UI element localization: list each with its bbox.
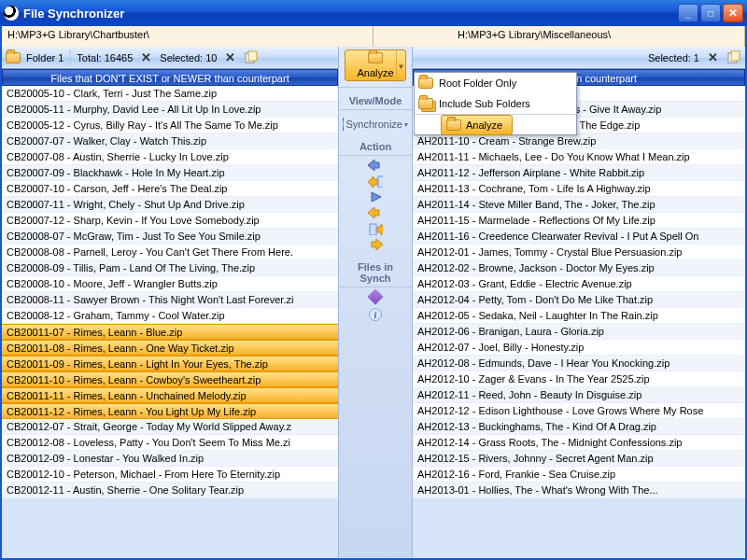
menu-analyze-button[interactable]: Analyze [441, 115, 513, 135]
right-path[interactable]: H:\MP3+G Library\Miscellaneous\ [374, 26, 745, 47]
diamond-icon[interactable] [339, 291, 412, 302]
sync-icon [343, 118, 344, 131]
list-item[interactable]: AH2012-12 - Edison Lighthouse - Love Gro… [413, 403, 745, 419]
list-item[interactable]: CB20008-07 - McGraw, Tim - Just To See Y… [2, 229, 338, 245]
list-item[interactable]: AH2011-12 - Jefferson Airplane - White R… [413, 165, 745, 181]
svg-marker-11 [372, 239, 383, 250]
svg-marker-7 [372, 192, 381, 202]
list-item[interactable]: CB20011-12 - Rimes, Leann - You Light Up… [2, 403, 338, 419]
action-forward-orange[interactable] [339, 238, 412, 251]
list-item[interactable]: AH2011-11 - Michaels, Lee - Do You Know … [413, 149, 745, 165]
list-item[interactable]: CB20012-11 - Austin, Sherrie - One Solit… [2, 483, 338, 498]
list-item[interactable]: AH2012-05 - Sedaka, Neil - Laughter In T… [413, 308, 745, 324]
svg-rect-9 [370, 224, 376, 235]
list-item[interactable]: CB20011-11 - Rimes, Leann - Unchained Me… [2, 387, 338, 403]
list-item[interactable]: AH2012-07 - Joel, Billy - Honesty.zip [413, 340, 745, 356]
list-item[interactable]: AH2012-11 - Reed, John - Beauty In Disgu… [413, 387, 745, 403]
svg-rect-1 [248, 51, 257, 61]
list-item[interactable]: CB20011-08 - Rimes, Leann - One Way Tick… [2, 340, 338, 356]
list-item[interactable]: CB20008-12 - Graham, Tammy - Cool Water.… [2, 308, 338, 324]
list-item[interactable]: CB20008-10 - Moore, Jeff - Wrangler Butt… [2, 276, 338, 292]
center-panel: Analyze ▼ View/Mode Synchronize ▾ Action… [338, 47, 413, 558]
view-mode-section: View/Mode [339, 88, 412, 110]
analyze-dropdown-menu: Root Folder Only Include Sub Folders Ana… [414, 72, 577, 135]
list-item[interactable]: AH2012-04 - Petty, Tom - Don't Do Me Lik… [413, 292, 745, 308]
action-move-left[interactable] [339, 175, 412, 188]
list-item[interactable]: CB20005-11 - Murphy, David Lee - All Lit… [2, 102, 338, 118]
list-item[interactable]: CB20011-10 - Rimes, Leann - Cowboy's Swe… [2, 371, 338, 387]
list-item[interactable]: CB20008-09 - Tillis, Pam - Land Of The L… [2, 260, 338, 276]
list-item[interactable]: CB20005-10 - Clark, Terri - Just The Sam… [2, 86, 338, 102]
list-item[interactable]: AH2013-01 - Hollies, The - What's Wrong … [413, 483, 745, 498]
right-file-list[interactable]: rs - Under The Bridge.zipAH2011-08 - Red… [413, 86, 745, 558]
folder-label: Folder 1 [26, 52, 63, 63]
list-item[interactable]: AH2011-16 - Creedence Clearwater Revival… [413, 229, 745, 245]
list-item[interactable]: CB20005-12 - Cyrus, Billy Ray - It's All… [2, 118, 338, 133]
list-item[interactable]: CB20012-08 - Loveless, Patty - You Don't… [2, 435, 338, 451]
list-item[interactable]: CB20012-10 - Peterson, Michael - From He… [2, 467, 338, 483]
action-move-right[interactable] [339, 222, 412, 235]
svg-marker-5 [368, 176, 377, 188]
maximize-button[interactable]: □ [700, 4, 721, 22]
window-title: File Synchronizer [23, 7, 678, 21]
synchronize-mode[interactable]: Synchronize ▾ [339, 113, 412, 133]
list-item[interactable]: CB20007-11 - Wright, Chely - Shut Up And… [2, 197, 338, 213]
list-item[interactable]: CB20007-10 - Carson, Jeff - Here's The D… [2, 181, 338, 197]
list-item[interactable]: CB20007-12 - Sharp, Kevin - If You Love … [2, 213, 338, 229]
list-item[interactable]: AH2012-13 - Buckinghams, The - Kind Of A… [413, 419, 745, 435]
folder-icon[interactable] [6, 52, 21, 63]
list-item[interactable]: AH2012-16 - Ford, Frankie - Sea Cruise.z… [413, 467, 745, 483]
left-column-header[interactable]: Files that DON'T EXIST or NEWER than cou… [2, 69, 338, 86]
list-item[interactable]: AH2011-15 - Marmelade - Reflections Of M… [413, 213, 745, 229]
action-play-right[interactable] [339, 190, 412, 203]
list-item[interactable]: CB20011-09 - Rimes, Leann - Light In You… [2, 356, 338, 371]
info-icon[interactable]: i [369, 308, 382, 321]
list-item[interactable]: CB20007-07 - Walker, Clay - Watch This.z… [2, 133, 338, 149]
action-copy-right-orange[interactable] [339, 206, 412, 219]
analyze-folder-icon [368, 52, 383, 63]
svg-marker-4 [368, 160, 379, 171]
list-item[interactable]: CB20012-09 - Lonestar - You Walked In.zi… [2, 451, 338, 467]
list-item[interactable]: AH2012-14 - Grass Roots, The - Midnight … [413, 435, 745, 451]
list-item[interactable]: AH2012-15 - Rivers, Johnny - Secret Agen… [413, 451, 745, 467]
folder-tree-icon [418, 98, 433, 109]
list-item[interactable]: CB20012-07 - Strait, George - Today My W… [2, 419, 338, 435]
list-item[interactable]: CB20007-09 - Blackhawk - Hole In My Hear… [2, 165, 338, 181]
list-item[interactable]: AH2012-02 - Browne, Jackson - Doctor My … [413, 260, 745, 276]
files-in-synch-section: Files in Synch [339, 254, 412, 287]
titlebar[interactable]: File Synchronizer _ □ ✕ [0, 0, 747, 26]
svg-rect-3 [731, 51, 740, 61]
list-item[interactable]: AH2012-06 - Branigan, Laura - Gloria.zip [413, 324, 745, 340]
list-item[interactable]: CB20011-07 - Rimes, Leann - Blue.zip [2, 324, 338, 340]
close-button[interactable]: ✕ [723, 4, 743, 22]
list-item[interactable]: CB20008-11 - Sawyer Brown - This Night W… [2, 292, 338, 308]
list-item[interactable]: AH2012-10 - Zager & Evans - In The Year … [413, 371, 745, 387]
list-item[interactable]: AH2012-08 - Edmunds, Dave - I Hear You K… [413, 356, 745, 371]
action-section: Action [339, 133, 412, 156]
tool-icon-1[interactable] [244, 50, 259, 65]
total-count: Total: 16465 [77, 52, 133, 63]
list-item[interactable]: AH2011-14 - Steve Miller Band, The - Jok… [413, 197, 745, 213]
menu-root-folder-only[interactable]: Root Folder Only [415, 73, 576, 93]
clear-selected-left-icon[interactable]: ✕ [222, 50, 238, 64]
minimize-button[interactable]: _ [678, 4, 698, 22]
list-item[interactable]: AH2012-01 - James, Tommy - Crystal Blue … [413, 245, 745, 260]
list-item[interactable]: CB20008-08 - Parnell, Leroy - You Can't … [2, 245, 338, 260]
clear-total-icon[interactable]: ✕ [138, 50, 154, 64]
menu-include-sub-folders[interactable]: Include Sub Folders [415, 93, 576, 114]
list-item[interactable]: AH2011-10 - Cream - Strange Brew.zip [413, 133, 745, 149]
list-item[interactable]: AH2011-13 - Cochrane, Tom - Life Is A Hi… [413, 181, 745, 197]
svg-marker-8 [368, 207, 379, 218]
svg-marker-10 [377, 224, 383, 235]
clear-selected-right-icon[interactable]: ✕ [705, 50, 721, 64]
analyze-dropdown-arrow[interactable]: ▼ [396, 50, 405, 82]
list-item[interactable]: AH2012-03 - Grant, Eddie - Electric Aven… [413, 276, 745, 292]
left-path[interactable]: H:\MP3+G Library\Chartbuster\ [2, 26, 374, 47]
tool-icon-2[interactable] [726, 50, 741, 65]
analyze-button[interactable]: Analyze ▼ [345, 49, 406, 81]
left-file-list[interactable]: CB20005-10 - Clark, Terri - Just The Sam… [2, 86, 338, 558]
pathbar: H:\MP3+G Library\Chartbuster\ H:\MP3+G L… [2, 26, 745, 47]
list-item[interactable]: CB20007-08 - Austin, Sherrie - Lucky In … [2, 149, 338, 165]
folder-icon [446, 119, 461, 131]
action-copy-left[interactable] [339, 159, 412, 172]
